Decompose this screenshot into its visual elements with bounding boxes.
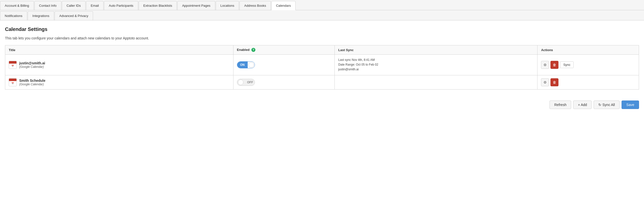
refresh-button[interactable]: Refresh — [550, 100, 571, 109]
toggle-on-label: ON — [237, 62, 248, 68]
col-header-title: Title — [5, 46, 234, 54]
calendar-1-delete-button[interactable]: 🗑 — [550, 61, 558, 69]
calendar-2-actions-cell: ⚙ 🗑 — [538, 75, 639, 89]
calendar-1-enabled-cell: ON — [233, 54, 335, 75]
calendar-2-title-cell: 📅 Smith Schedule (Google Calendar) — [5, 75, 234, 89]
tab-contact-info[interactable]: Contact Info — [34, 1, 61, 10]
tabs-row-1: Account & Billing Contact Info Caller ID… — [0, 0, 644, 10]
tabs-row-2: Notifications Integrations Advanced & Pr… — [0, 10, 644, 20]
add-button[interactable]: + Add — [573, 100, 592, 109]
calendar-2-enabled-cell: OFF — [233, 75, 335, 89]
calendar-2-delete-button[interactable]: 🗑 — [550, 78, 558, 86]
tab-appointment-pages[interactable]: Appointment Pages — [177, 1, 215, 10]
calendar-1-sync-button[interactable]: Sync — [560, 61, 574, 68]
footer-actions: Refresh + Add ↻ Sync All Save — [0, 96, 644, 112]
page-title: Calendar Settings — [5, 26, 639, 32]
calendar-2-icon: 📅 — [9, 78, 17, 86]
tab-caller-ids[interactable]: Caller IDs — [62, 1, 86, 10]
calendar-1-name: justin@smith.ai — [19, 61, 45, 65]
toggle-off-label: OFF — [244, 79, 255, 86]
calendar-1-toggle[interactable]: ON — [237, 61, 255, 68]
col-header-lastsync: Last Sync — [335, 46, 538, 54]
tab-auto-participants[interactable]: Auto Participants — [104, 1, 138, 10]
calendars-table: Title Enabled ? Last Sync Actions 📅 — [5, 45, 639, 90]
calendar-2-lastsync-cell — [335, 75, 538, 89]
toggle-knob — [238, 80, 244, 85]
main-content: Calendar Settings This tab lets you conf… — [0, 20, 644, 96]
tab-integrations[interactable]: Integrations — [28, 11, 54, 20]
tab-locations[interactable]: Locations — [216, 1, 239, 10]
calendar-2-toggle[interactable]: OFF — [237, 79, 255, 86]
page-description: This tab lets you configure your calenda… — [5, 36, 639, 40]
table-row: 📅 justin@smith.ai (Google Calendar) ON — [5, 54, 639, 75]
calendar-1-settings-button[interactable]: ⚙ — [541, 61, 549, 69]
tab-email[interactable]: Email — [86, 1, 104, 10]
lastsync-line2: Date Range: Oct 05 to Feb 02 — [338, 62, 534, 67]
tab-advanced-privacy[interactable]: Advanced & Privacy — [54, 11, 93, 20]
toggle-knob — [248, 62, 254, 68]
col-header-enabled: Enabled ? — [233, 46, 335, 54]
calendar-1-title-cell: 📅 justin@smith.ai (Google Calendar) — [5, 54, 234, 75]
calendar-1-lastsync-cell: Last sync Nov 4th, 8:41 AM Date Range: O… — [335, 54, 538, 75]
table-row: 📅 Smith Schedule (Google Calendar) OFF — [5, 75, 639, 89]
save-button[interactable]: Save — [622, 100, 639, 109]
calendar-1-icon: 📅 — [9, 61, 17, 69]
lastsync-line1: Last sync Nov 4th, 8:41 AM — [338, 58, 534, 62]
tab-calendars[interactable]: Calendars — [271, 1, 296, 10]
calendar-1-subname: (Google Calendar) — [19, 65, 45, 68]
calendar-2-settings-button[interactable]: ⚙ — [541, 78, 549, 86]
tab-extraction-blacklists[interactable]: Extraction Blacklists — [139, 1, 177, 10]
calendar-2-name: Smith Schedule — [19, 78, 46, 82]
lastsync-line3: justin@smith.ai — [338, 67, 534, 72]
tab-notifications[interactable]: Notifications — [0, 11, 27, 20]
sync-all-button[interactable]: ↻ Sync All — [594, 100, 620, 109]
enabled-help-icon[interactable]: ? — [252, 48, 256, 52]
tab-address-books[interactable]: Address Books — [240, 1, 270, 10]
col-header-actions: Actions — [538, 46, 639, 54]
calendar-2-subname: (Google Calendar) — [19, 82, 46, 86]
calendar-1-actions-cell: ⚙ 🗑 Sync — [538, 54, 639, 75]
tab-account-billing[interactable]: Account & Billing — [0, 1, 34, 10]
